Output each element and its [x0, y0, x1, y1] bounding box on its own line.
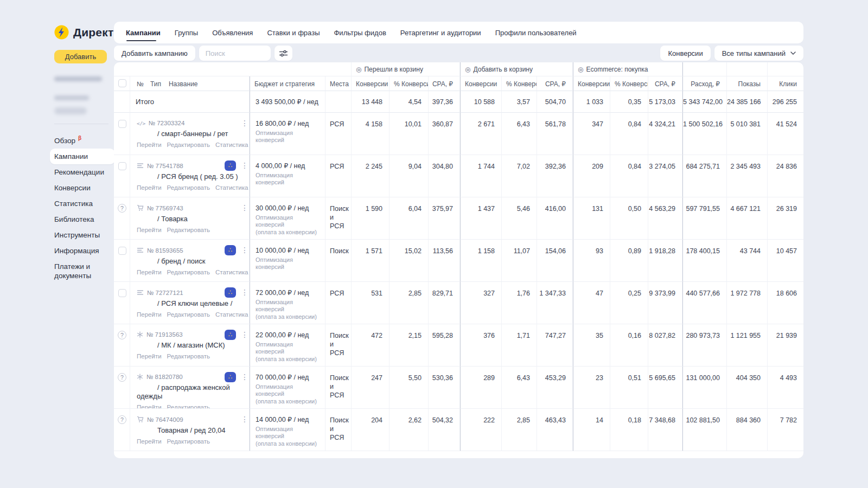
stat-value: 7 348,68: [648, 409, 682, 451]
help-icon[interactable]: ?: [118, 331, 126, 339]
sidebar-item-payments[interactable]: Платежи и документы: [50, 259, 115, 284]
filter-button[interactable]: [275, 46, 292, 61]
campaign-number[interactable]: № 81820780: [146, 374, 183, 380]
row-action-link[interactable]: Редактировать: [167, 269, 210, 275]
row-action-link[interactable]: Редактировать: [167, 227, 210, 233]
campaign-row: ?№ 81820780∴⋮/ распродажа женской одежды…: [114, 367, 803, 409]
tab-ads[interactable]: Объявления: [212, 29, 253, 37]
row-menu-button[interactable]: ⋮: [241, 246, 246, 254]
cart-icon: [137, 416, 144, 423]
row-action-link[interactable]: Редактировать: [167, 438, 210, 445]
conversions-button[interactable]: Конверсии: [660, 46, 710, 61]
stat-value: 2,85: [502, 409, 537, 451]
campaign-name[interactable]: / бренд / поиск: [130, 257, 249, 266]
campaign-name[interactable]: / смарт-баннеры / рет: [130, 130, 249, 138]
row-action-link[interactable]: Перейти: [137, 227, 162, 233]
stat-value: 8 027,82: [648, 324, 682, 367]
stat-value: 1 744: [460, 155, 502, 197]
row-action-link[interactable]: Редактировать: [167, 353, 210, 359]
places-value: Поиск и РСЯ: [326, 367, 352, 409]
campaign-type-dropdown[interactable]: Все типы кампаний: [714, 46, 803, 61]
stat-value: 209: [573, 155, 610, 197]
goal-group-header[interactable]: ◎Ecommerce: покупка: [573, 62, 682, 76]
goal-groups-row: ◎Перешли в корзину◎Добавить в корзину◎Ec…: [114, 62, 803, 76]
sidebar-item-library[interactable]: Библиотека: [50, 211, 115, 227]
sidebar-item-recommendations[interactable]: Рекомендации: [50, 164, 115, 180]
star-icon: [137, 374, 143, 380]
sidebar-item-conversions[interactable]: Конверсии: [50, 180, 115, 196]
stat-value: 375,97: [429, 197, 460, 240]
campaign-name[interactable]: Товарная / ред 20,04: [130, 426, 249, 435]
sidebar-item-overview[interactable]: Обзорβ: [50, 130, 115, 149]
app-logo[interactable]: Директ: [54, 25, 119, 40]
help-icon[interactable]: ?: [118, 415, 126, 424]
tab-bids-phrases[interactable]: Ставки и фразы: [267, 29, 320, 37]
row-checkbox[interactable]: [118, 162, 126, 170]
campaign-number[interactable]: № 76474009: [147, 416, 183, 423]
tab-retargeting[interactable]: Ретаргетинг и аудитории: [400, 29, 481, 37]
row-menu-button[interactable]: ⋮: [241, 161, 246, 170]
tab-groups[interactable]: Группы: [175, 29, 198, 37]
campaign-name[interactable]: / РСЯ бренд ( ред. 3.05 ): [130, 172, 249, 181]
add-campaign-button[interactable]: Добавить кампанию: [114, 46, 195, 61]
row-menu-button[interactable]: ⋮: [241, 330, 246, 339]
sidebar-item-tools[interactable]: Инструменты: [50, 227, 115, 243]
row-action-link[interactable]: Перейти: [137, 404, 162, 409]
row-action-link[interactable]: Перейти: [137, 438, 162, 445]
stat-value: 0,84: [610, 113, 648, 155]
sidebar-item-campaigns[interactable]: Кампании: [50, 149, 115, 164]
sidebar-item-information[interactable]: Информация: [50, 243, 115, 259]
campaign-number[interactable]: № 81593655: [147, 247, 183, 254]
sidebar-item-statistics[interactable]: Статистика: [50, 196, 115, 211]
row-action-link[interactable]: Редактировать: [167, 404, 210, 409]
row-action-link[interactable]: Статистика: [215, 311, 248, 318]
row-menu-button[interactable]: ⋮: [241, 373, 246, 381]
row-menu-button[interactable]: ⋮: [241, 203, 246, 212]
strategy-payment-label: (оплата за конверсии): [256, 229, 321, 236]
row-action-link[interactable]: Редактировать: [167, 311, 210, 318]
tab-campaigns[interactable]: Кампании: [126, 29, 161, 37]
stat-value: 829,71: [429, 282, 460, 324]
sidebar-item-label: Платежи и документы: [54, 262, 91, 280]
campaign-number[interactable]: № 77569743: [147, 205, 183, 211]
campaign-name[interactable]: / РСЯ ключи целевые /: [130, 299, 249, 308]
row-action-link[interactable]: Статистика: [215, 142, 248, 148]
campaign-name[interactable]: / МК / магазин (МСК): [130, 341, 249, 350]
row-action-link[interactable]: Статистика: [215, 269, 248, 275]
help-icon[interactable]: ?: [118, 373, 126, 382]
goal-group-header[interactable]: ◎Перешли в корзину: [352, 62, 460, 76]
campaign-row: ?№ 77569743⋮/ ТоваркаПерейтиРедактироват…: [114, 197, 803, 240]
campaign-name[interactable]: / Товарка: [130, 215, 249, 223]
campaign-number[interactable]: № 71913563: [146, 331, 183, 338]
campaigns-table: ◎Перешли в корзину◎Добавить в корзину◎Ec…: [114, 62, 803, 458]
row-action-link[interactable]: Перейти: [137, 142, 162, 148]
row-action-link[interactable]: Перейти: [137, 184, 162, 191]
row-menu-button[interactable]: ⋮: [241, 288, 246, 297]
row-checkbox[interactable]: [118, 289, 126, 297]
clicks-value: 7 782: [768, 409, 803, 451]
row-checkbox[interactable]: [118, 120, 126, 128]
row-action-link[interactable]: Перейти: [137, 269, 162, 275]
stat-value: 0,16: [610, 324, 648, 367]
stat-value: 0,84: [610, 155, 648, 197]
goal-group-header[interactable]: ◎Добавить в корзину: [460, 62, 573, 76]
campaign-number[interactable]: № 77541788: [147, 163, 183, 169]
select-all-checkbox[interactable]: [118, 79, 126, 87]
search-input[interactable]: [199, 46, 271, 61]
row-action-link[interactable]: Статистика: [215, 184, 248, 191]
row-checkbox[interactable]: [118, 247, 126, 255]
row-menu-button[interactable]: ⋮: [241, 415, 246, 423]
tab-user-profiles[interactable]: Профили пользователей: [495, 29, 577, 37]
add-button[interactable]: Добавить: [54, 50, 107, 63]
row-action-link[interactable]: Редактировать: [167, 142, 210, 148]
row-menu-button[interactable]: ⋮: [241, 119, 246, 127]
campaign-name[interactable]: / распродажа женской одежды: [130, 383, 249, 401]
tab-feed-filters[interactable]: Фильтры фидов: [334, 29, 386, 37]
row-action-link[interactable]: Перейти: [137, 353, 162, 359]
row-action-link[interactable]: Перейти: [137, 311, 162, 318]
help-icon[interactable]: ?: [118, 204, 126, 213]
row-action-link[interactable]: Редактировать: [167, 184, 210, 191]
campaign-number[interactable]: № 72727121: [147, 290, 183, 296]
campaign-number[interactable]: № 72303324: [149, 120, 185, 126]
conversions-column-header: Конверсии: [573, 76, 610, 91]
